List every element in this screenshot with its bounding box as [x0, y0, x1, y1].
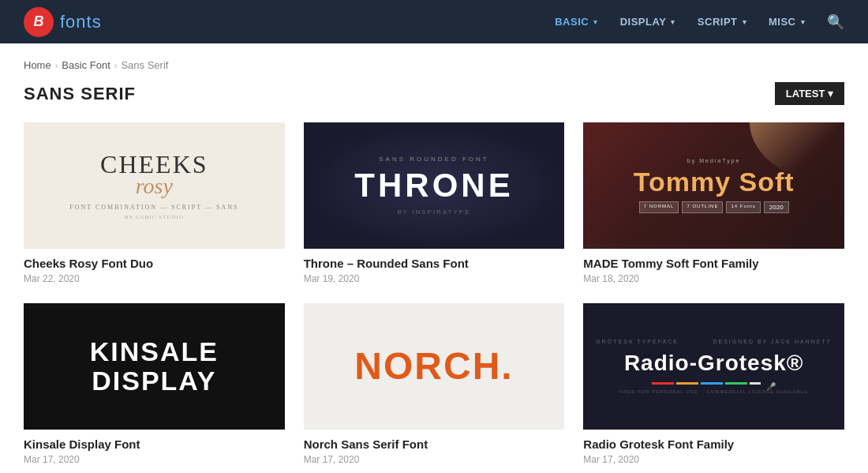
main-nav: BASIC ▾ DISPLAY ▾ SCRIPT ▾ MISC ▾ 🔍: [555, 13, 844, 31]
chevron-down-icon: ▾: [743, 18, 747, 26]
thumb-main: KINSALE DISPLAY: [90, 337, 219, 396]
card-date: Mar 19, 2020: [304, 273, 565, 284]
header: B fonts BASIC ▾ DISPLAY ▾ SCRIPT ▾ MISC …: [0, 0, 868, 43]
color-grey: [750, 382, 761, 385]
card-title: Radio Grotesk Font Family: [583, 437, 844, 451]
thumb-norch: NORCH.: [304, 303, 565, 430]
thumb-sub: FREE FOR PERSONAL USE COMMERCIAL LICENSE…: [619, 389, 808, 394]
tag-outline: 7 OUTLINE: [682, 201, 723, 213]
font-grid: CHEEKS rosy FONT COMBINATION — SCRIPT — …: [24, 122, 844, 465]
card-throne[interactable]: SANS ROUNDED FONT THRONE BY INSPIRATYPE …: [304, 122, 565, 284]
thumb-main: Tommy Soft: [634, 168, 795, 195]
color-green: [725, 382, 747, 385]
logo-icon: B: [24, 7, 54, 37]
card-norch[interactable]: NORCH. Norch Sans Serif Font Mar 17, 202…: [304, 303, 565, 465]
color-orange: [676, 382, 698, 385]
nav-basic[interactable]: BASIC ▾: [555, 16, 597, 28]
card-title: Kinsale Display Font: [24, 437, 285, 451]
card-title: MADE Tommy Soft Font Family: [583, 257, 844, 270]
breadcrumb-sep: ›: [55, 61, 58, 70]
latest-button[interactable]: LATEST ▾: [775, 82, 844, 105]
thumb-tommy: by MediaType Tommy Soft 7 NORMAL 7 OUTLI…: [583, 122, 844, 249]
logo-area[interactable]: B fonts: [24, 7, 102, 37]
card-date: Mar 17, 2020: [304, 454, 565, 465]
thumb-main: Radio-Grotesk®: [624, 352, 804, 374]
card-date: Mar 17, 2020: [24, 454, 285, 465]
main-content: Home › Basic Font › Sans Serif SANS SERI…: [0, 43, 868, 473]
card-radio-grotesk[interactable]: GROTESK TYPEFACE DESIGNED BY JACK HANNET…: [583, 303, 844, 465]
card-title: Cheeks Rosy Font Duo: [24, 257, 285, 270]
card-date: Mar 18, 2020: [583, 273, 844, 284]
card-date: Mar 17, 2020: [583, 454, 844, 465]
thumb-kinsale: KINSALE DISPLAY: [24, 303, 285, 430]
search-icon[interactable]: 🔍: [827, 13, 844, 31]
breadcrumb-sep2: ›: [114, 61, 118, 70]
color-blue: [701, 382, 723, 385]
thumb-sup: GROTESK TYPEFACE DESIGNED BY JACK HANNET…: [596, 339, 832, 344]
nav-display[interactable]: DISPLAY ▾: [620, 16, 675, 28]
card-title: Throne – Rounded Sans Font: [304, 257, 565, 270]
thumb-throne: SANS ROUNDED FONT THRONE BY INSPIRATYPE: [304, 122, 565, 249]
thumb-by: BY INSPIRATYPE: [397, 208, 470, 216]
thumb-credit: BY CUBIC STUDIO: [125, 214, 184, 220]
thumb-radio: GROTESK TYPEFACE DESIGNED BY JACK HANNET…: [583, 303, 844, 430]
chevron-down-icon: ▾: [593, 18, 598, 26]
page-title: SANS SERIF: [24, 84, 136, 104]
thumb-main: THRONE: [354, 169, 513, 202]
tag-year: 2020: [764, 201, 789, 213]
page-header-row: SANS SERIF LATEST ▾: [24, 82, 844, 105]
colored-line: 🎤: [652, 382, 776, 385]
thumb-line2: rosy: [136, 174, 173, 199]
tags-row: 7 NORMAL 7 OUTLINE 14 Fonts 2020: [639, 201, 789, 213]
mic-icon: 🎤: [766, 382, 776, 385]
chevron-down-icon: ▾: [671, 18, 675, 26]
breadcrumb-current: Sans Serif: [121, 59, 168, 71]
chevron-down-icon: ▾: [801, 18, 806, 26]
thumb-sup: SANS ROUNDED FONT: [379, 156, 488, 163]
thumb-by: by MediaType: [687, 158, 741, 163]
breadcrumb-home[interactable]: Home: [24, 59, 51, 71]
tag-fonts: 14 Fonts: [726, 201, 760, 213]
logo-text: fonts: [60, 12, 102, 32]
breadcrumb: Home › Basic Font › Sans Serif: [24, 59, 844, 71]
breadcrumb-basic[interactable]: Basic Font: [62, 59, 110, 71]
nav-script[interactable]: SCRIPT ▾: [698, 16, 746, 28]
card-kinsale[interactable]: KINSALE DISPLAY Kinsale Display Font Mar…: [24, 303, 285, 465]
thumb-sub: FONT COMBINATION — SCRIPT — SANS: [69, 204, 238, 211]
color-red: [652, 382, 674, 385]
thumb-cheeks: CHEEKS rosy FONT COMBINATION — SCRIPT — …: [24, 122, 285, 249]
card-cheeks-rosy[interactable]: CHEEKS rosy FONT COMBINATION — SCRIPT — …: [24, 122, 285, 284]
thumb-main: NORCH.: [354, 347, 513, 385]
card-date: Mar 22, 2020: [24, 273, 285, 284]
tag-normal: 7 NORMAL: [639, 201, 679, 213]
nav-misc[interactable]: MISC ▾: [769, 16, 805, 28]
card-tommy[interactable]: by MediaType Tommy Soft 7 NORMAL 7 OUTLI…: [583, 122, 844, 284]
card-title: Norch Sans Serif Font: [304, 437, 565, 451]
